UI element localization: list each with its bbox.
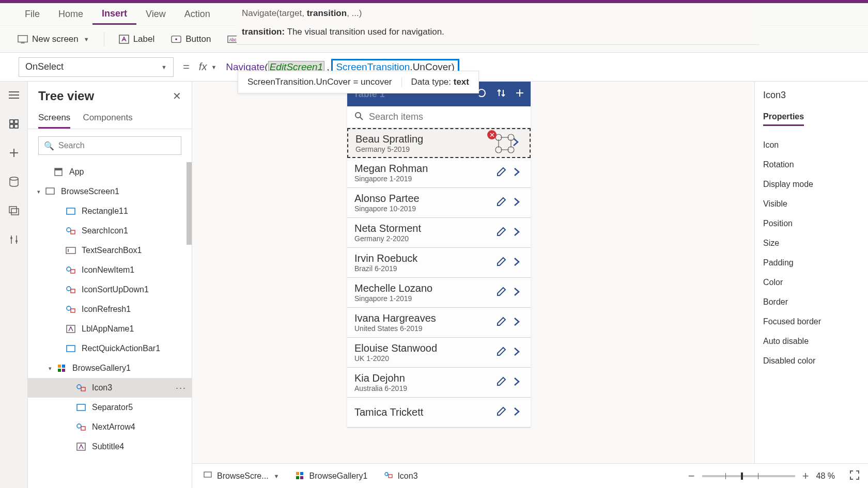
tree-item[interactable]: TextSearchBox1	[28, 241, 192, 260]
list-item[interactable]: Mechelle LozanoSingapore 1-2019	[347, 278, 531, 308]
scrollbar[interactable]	[187, 162, 192, 245]
property-row[interactable]: Disabled color	[763, 351, 868, 371]
list-item[interactable]: Megan RohmanSingapore 1-2019	[347, 158, 531, 188]
data-icon[interactable]	[8, 176, 20, 188]
edit-icon[interactable]	[492, 346, 510, 359]
property-selector[interactable]: OnSelect ▼	[19, 57, 174, 77]
close-icon[interactable]: ✕	[173, 90, 181, 102]
property-row[interactable]: Position	[763, 214, 868, 233]
tree-item[interactable]: LblAppName1	[28, 319, 192, 339]
tree-item[interactable]: Separator5	[28, 398, 192, 417]
edit-icon[interactable]	[492, 226, 510, 240]
next-arrow-icon[interactable]	[510, 197, 523, 209]
next-arrow-icon[interactable]	[510, 406, 523, 419]
tree-item[interactable]: ▾BrowseGallery1	[28, 358, 192, 378]
tools-icon[interactable]	[8, 233, 20, 246]
more-icon[interactable]: ···	[176, 383, 187, 393]
sort-icon[interactable]	[497, 88, 506, 100]
zoom-out-icon[interactable]: −	[688, 469, 695, 483]
edit-icon[interactable]	[492, 316, 510, 329]
next-arrow-icon[interactable]	[510, 167, 523, 179]
list-item[interactable]: Elouise StanwoodUK 1-2020	[347, 338, 531, 368]
property-row[interactable]: Display mode	[763, 175, 868, 194]
svg-rect-38	[62, 365, 65, 368]
menu-home[interactable]: Home	[49, 5, 92, 24]
fx-icon[interactable]: fx ▼	[199, 61, 216, 73]
svg-point-25	[67, 228, 71, 232]
media-icon[interactable]	[8, 204, 20, 217]
tree-item[interactable]: Rectangle11	[28, 201, 192, 221]
expander-icon[interactable]: ▾	[35, 188, 42, 195]
list-item[interactable]: Irvin RoebuckBrazil 6-2019	[347, 248, 531, 278]
next-arrow-icon[interactable]	[510, 317, 523, 329]
property-row[interactable]: Size	[763, 233, 868, 253]
item-subtitle: Germany 2-2020	[354, 234, 492, 243]
svg-rect-39	[58, 369, 61, 372]
menu-view[interactable]: View	[136, 5, 175, 24]
menu-file[interactable]: File	[16, 5, 49, 24]
tree-item[interactable]: IconNewItem1	[28, 260, 192, 280]
tree-search-input[interactable]	[58, 141, 176, 150]
tree-item[interactable]: App	[28, 162, 192, 182]
tree-item[interactable]: RectQuickActionBar1	[28, 339, 192, 358]
next-arrow-icon[interactable]	[510, 287, 523, 299]
tree-item[interactable]: Subtitle4	[28, 437, 192, 456]
button-button[interactable]: Button	[169, 31, 213, 48]
new-screen-button[interactable]: New screen ▼	[16, 31, 91, 48]
list-item[interactable]: Kia DejohnAustralia 6-2019	[347, 368, 531, 398]
edit-icon[interactable]	[492, 406, 510, 419]
next-arrow-icon[interactable]	[510, 227, 523, 239]
canvas[interactable]: Table 1 Beau SpratlingGermany 5-2019✕Meg…	[192, 82, 754, 488]
add-icon[interactable]	[515, 88, 524, 100]
list-item[interactable]: Ivana HargreavesUnited States 6-2019	[347, 308, 531, 338]
property-row[interactable]: Focused border	[763, 312, 868, 332]
phone-search-input[interactable]	[369, 112, 523, 122]
fullscreen-icon[interactable]	[849, 470, 860, 482]
expander-icon[interactable]: ▾	[47, 365, 54, 372]
label-button[interactable]: Label	[117, 31, 157, 48]
menu-insert[interactable]: Insert	[92, 4, 136, 25]
add-icon[interactable]	[8, 147, 20, 159]
bc-screen[interactable]: BrowseScre... ▼	[200, 469, 282, 483]
edit-icon[interactable]	[492, 196, 510, 210]
tab-screens[interactable]: Screens	[38, 108, 70, 129]
props-tab[interactable]: Properties	[763, 109, 804, 126]
tree-item[interactable]: NextArrow4	[28, 417, 192, 437]
property-row[interactable]: Icon	[763, 135, 868, 155]
tree-item[interactable]: SearchIcon1	[28, 221, 192, 241]
bc-icon3[interactable]: Icon3	[381, 469, 421, 483]
edit-icon[interactable]	[492, 376, 510, 389]
list-item[interactable]: Tamica Trickett	[347, 398, 531, 428]
tree-search[interactable]: 🔍	[38, 136, 181, 155]
edit-icon[interactable]	[492, 286, 510, 300]
zoom-in-icon[interactable]: +	[802, 469, 809, 483]
property-row[interactable]: Border	[763, 292, 868, 312]
tree-item[interactable]: ▾BrowseScreen1	[28, 182, 192, 201]
function-description: transition: The visual transition used f…	[237, 22, 760, 45]
tree-item-label: LblAppName1	[82, 324, 134, 334]
list-item[interactable]: Beau SpratlingGermany 5-2019✕	[347, 128, 531, 158]
property-row[interactable]: Padding	[763, 253, 868, 273]
next-arrow-icon[interactable]	[510, 257, 523, 269]
hamburger-icon[interactable]	[8, 89, 20, 101]
edit-icon[interactable]	[492, 256, 510, 270]
tree-item-label: SearchIcon1	[82, 226, 128, 235]
tree-item[interactable]: IconSortUpDown1	[28, 280, 192, 300]
list-item[interactable]: Alonso ParteeSingapore 10-2019	[347, 188, 531, 218]
tree-view-icon[interactable]	[8, 118, 20, 130]
property-row[interactable]: Visible	[763, 194, 868, 214]
phone-search[interactable]	[347, 106, 531, 128]
bc-gallery[interactable]: BrowseGallery1	[292, 469, 370, 483]
menu-action[interactable]: Action	[175, 5, 220, 24]
tree-item[interactable]: IconRefresh1	[28, 300, 192, 319]
next-arrow-icon[interactable]	[510, 376, 523, 389]
property-row[interactable]: Rotation	[763, 155, 868, 175]
tab-components[interactable]: Components	[83, 108, 132, 129]
tree-item[interactable]: Icon3···	[28, 378, 192, 398]
edit-icon[interactable]	[492, 166, 510, 180]
zoom-slider[interactable]	[702, 475, 795, 477]
next-arrow-icon[interactable]	[510, 347, 523, 359]
list-item[interactable]: Neta StormentGermany 2-2020	[347, 218, 531, 248]
property-row[interactable]: Auto disable	[763, 332, 868, 351]
property-row[interactable]: Color	[763, 273, 868, 292]
